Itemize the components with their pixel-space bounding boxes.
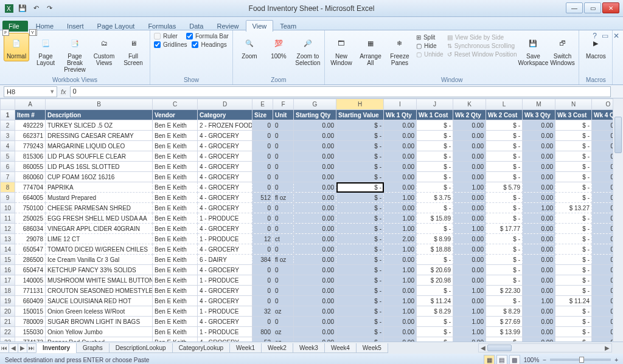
cell[interactable]: 0.00 <box>294 193 336 203</box>
cell[interactable]: $ - <box>336 224 384 234</box>
sheet-tab-week3[interactable]: Week3 <box>293 343 325 353</box>
row-header-22[interactable]: 22 <box>1 327 15 337</box>
cell[interactable]: 0.00 <box>294 244 336 255</box>
cell[interactable]: $ - <box>336 151 384 162</box>
cell[interactable]: $ - <box>486 141 523 151</box>
cell[interactable]: 771131 <box>15 286 46 296</box>
first-sheet-icon[interactable]: ⏮ <box>0 343 9 353</box>
row-header-2[interactable]: 2 <box>1 120 15 131</box>
tab-formulas[interactable]: Formulas <box>141 20 183 32</box>
cell[interactable]: VINEGAR APPL CIDER 40GRAIN <box>46 224 153 234</box>
cell[interactable]: Ben E Keith <box>153 317 198 327</box>
cell[interactable]: 1.00 <box>384 296 417 306</box>
cell[interactable]: 0.00 <box>294 306 336 317</box>
cell[interactable]: 0.00 <box>294 213 336 224</box>
col-header-B[interactable]: B <box>46 99 153 110</box>
col-header-L[interactable]: L <box>486 99 523 110</box>
help-icon[interactable]: ? <box>593 32 597 40</box>
cell[interactable]: 4 - GROCERY <box>198 203 252 213</box>
header-cell[interactable]: Wk 2 Cost <box>486 110 523 120</box>
cell[interactable]: 0 <box>252 162 273 172</box>
cell[interactable]: 0.00 <box>294 141 336 151</box>
row-header-17[interactable]: 17 <box>1 275 15 286</box>
cell[interactable]: 0.00 <box>453 141 486 151</box>
page-break-button[interactable]: 📑Page Break Preview <box>62 33 88 75</box>
cell[interactable]: 384 <box>252 255 273 265</box>
header-cell[interactable]: Starting Value <box>336 110 384 120</box>
cell[interactable]: 0.00 <box>453 244 486 255</box>
ruler-checkbox[interactable]: Ruler <box>154 33 178 39</box>
cell[interactable]: $ - <box>555 255 592 265</box>
cell[interactable]: 0.00 <box>453 131 486 141</box>
cell[interactable]: $ - <box>555 286 592 296</box>
cell[interactable]: $ 22.30 <box>486 286 523 296</box>
tab-data[interactable]: Data <box>183 20 210 32</box>
cell[interactable]: 4 - GROCERY <box>198 224 252 234</box>
cell[interactable]: 0 <box>252 182 273 193</box>
row-header-13[interactable]: 13 <box>1 234 15 244</box>
cell[interactable]: Ben E Keith <box>153 275 198 286</box>
cell[interactable]: $ 15.89 <box>417 213 453 224</box>
scroll-left-icon[interactable]: ◀ <box>479 345 487 351</box>
cell[interactable]: $ - <box>486 337 523 342</box>
cell[interactable]: PAPRIKA <box>46 182 153 193</box>
cell[interactable]: 0.00 <box>294 337 336 342</box>
cell[interactable]: CROUTON SEASONED HOMESTYLE <box>46 286 153 296</box>
cell[interactable]: 1 - PRODUCE <box>198 327 252 337</box>
maximize-button[interactable]: ▭ <box>584 2 601 13</box>
scrollbar-thumb[interactable] <box>614 117 622 153</box>
cell[interactable]: 1.00 <box>453 317 486 327</box>
page-break-view-icon[interactable]: ▩ <box>509 355 520 364</box>
row-header-1[interactable]: 1 <box>1 110 15 120</box>
cell[interactable]: 286500 <box>15 255 46 265</box>
cell[interactable]: 140005 <box>15 275 46 286</box>
cell[interactable]: 1.00 <box>523 296 555 306</box>
cell[interactable]: 0.00 <box>453 151 486 162</box>
header-cell[interactable]: Wk 1 Qty <box>384 110 417 120</box>
cell[interactable]: 686034 <box>15 224 46 234</box>
cell[interactable]: $ - <box>417 182 453 193</box>
cell[interactable]: $ 8.29 <box>486 306 523 317</box>
cell[interactable]: 0.00 <box>523 255 555 265</box>
cell[interactable]: 0.00 <box>294 162 336 172</box>
cell[interactable]: 4 - GROCERY <box>198 162 252 172</box>
cell[interactable]: Ben E Keith <box>153 131 198 141</box>
cell[interactable]: 0.00 <box>384 337 417 342</box>
cell[interactable]: 0.00 <box>384 327 417 337</box>
scrollbar-thumb[interactable] <box>487 345 512 351</box>
cell[interactable]: 779243 <box>15 141 46 151</box>
row-header-7[interactable]: 7 <box>1 172 15 182</box>
cell[interactable]: fl oz <box>273 193 294 203</box>
cell[interactable]: 4 - GROCERY <box>198 286 252 296</box>
row-header-23[interactable]: 23 <box>1 337 15 342</box>
col-header-J[interactable]: J <box>417 99 453 110</box>
cell[interactable]: 0.00 <box>384 286 417 296</box>
cell[interactable]: 0 <box>252 120 273 131</box>
cell[interactable]: 815306 <box>15 151 46 162</box>
cell[interactable]: $ - <box>555 172 592 182</box>
cell[interactable]: $ - <box>336 162 384 172</box>
cell[interactable]: $ - <box>417 141 453 151</box>
cell[interactable]: 0.00 <box>523 162 555 172</box>
cell[interactable]: $ 13.99 <box>486 327 523 337</box>
cell[interactable]: 0.00 <box>523 286 555 296</box>
header-cell[interactable]: Description <box>46 110 153 120</box>
cell[interactable]: $ - <box>336 317 384 327</box>
cell[interactable]: 0 <box>273 120 294 131</box>
cell[interactable]: 0 <box>273 213 294 224</box>
cell[interactable]: 155030 <box>15 327 46 337</box>
cell[interactable]: 0 <box>273 182 294 193</box>
cell[interactable]: 0.00 <box>384 120 417 131</box>
cell[interactable]: 0.00 <box>453 203 486 213</box>
row-header-6[interactable]: 6 <box>1 162 15 172</box>
header-cell[interactable]: Wk 3 Qty <box>523 110 555 120</box>
zoom-level[interactable]: 100% <box>524 357 540 363</box>
cell[interactable]: 0.00 <box>384 172 417 182</box>
cell[interactable]: $ - <box>336 244 384 255</box>
cell[interactable]: 4 - GROCERY <box>198 151 252 162</box>
cell[interactable]: $ 17.77 <box>486 224 523 234</box>
cell[interactable]: 0 <box>252 286 273 296</box>
cell[interactable]: MARGARINE LIQUID OLEO <box>46 141 153 151</box>
scroll-right-icon[interactable]: ▶ <box>603 345 611 351</box>
col-header-N[interactable]: N <box>555 99 592 110</box>
